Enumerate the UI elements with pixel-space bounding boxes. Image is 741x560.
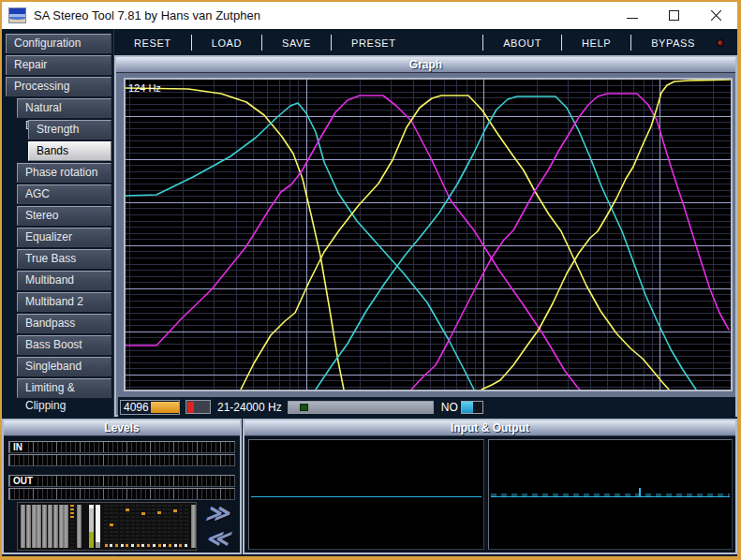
meter-bar [168, 505, 171, 548]
sidebar-item-bass-boost[interactable]: Bass Boost [17, 335, 111, 355]
output-meter-right [8, 488, 235, 500]
sidebar-item-multiband[interactable]: Multiband [17, 271, 111, 290]
meter-marker [121, 544, 124, 547]
meter-bar [131, 505, 135, 548]
meter-bar [96, 505, 100, 548]
meter-marker [147, 544, 150, 547]
sidebar-item-processing[interactable]: Processing [6, 77, 111, 96]
toolbar-save-button[interactable]: SAVE [262, 32, 331, 54]
sidebar-item-stereo[interactable]: Stereo [17, 206, 111, 226]
sidebar-item-phase-rotation[interactable]: Phase rotation [17, 163, 111, 183]
meter-marker [153, 544, 156, 547]
meters-forward-button[interactable]: ≫ [198, 502, 238, 526]
meter-marker [137, 544, 140, 547]
toolbar-preset-button[interactable]: PRESET [332, 32, 416, 54]
meter-bar [70, 518, 74, 548]
fft-progress-bar [151, 402, 179, 413]
meter-marker [141, 544, 144, 547]
toolbar-help-button[interactable]: HELP [562, 32, 630, 54]
meter-bar [136, 505, 140, 548]
frequency-range-label: 21-24000 Hz [217, 401, 282, 414]
sidebar-item-true-bass[interactable]: True Bass [17, 249, 111, 269]
window-title: SA Stereo Tool 7.81 by Hans van Zutphen [34, 8, 260, 22]
sidebar-item-strength[interactable]: Strength [28, 120, 111, 140]
input-spectrum-display[interactable] [248, 439, 484, 550]
meter-bar [120, 505, 124, 548]
toolbar-bypass-button[interactable]: BYPASS [631, 32, 715, 54]
sidebar-item-limiting-and-clipping[interactable]: Limiting & Clipping [17, 378, 111, 398]
meter-marker [158, 544, 161, 547]
input-spectrum-line [251, 496, 482, 497]
meter-bar [179, 505, 183, 548]
meter-bar [89, 505, 94, 548]
meter-marker [126, 544, 128, 547]
minimize-button[interactable] [611, 2, 653, 29]
level-indicator[interactable] [185, 400, 211, 414]
graph-status-bar: 4096 21-24000 Hz NO [118, 397, 735, 417]
graph-plot [126, 80, 731, 390]
minimize-icon [627, 18, 638, 19]
output-meter-left: OUT [8, 475, 235, 487]
graph-frequency-label: 124 Hz [128, 82, 161, 94]
toolbar-load-button[interactable]: LOAD [192, 32, 261, 54]
meter-tick [141, 512, 145, 515]
meter-bar [26, 505, 31, 548]
sidebar-item-singleband[interactable]: Singleband [17, 357, 111, 376]
fader-bank[interactable] [17, 502, 197, 551]
toggle-switch[interactable] [461, 401, 483, 414]
range-slider-thumb[interactable] [300, 404, 308, 411]
meter-tick [110, 523, 113, 526]
meter-bar [59, 505, 64, 548]
toolbar-about-button[interactable]: ABOUT [483, 32, 561, 54]
meter-bar [104, 505, 108, 548]
sidebar-item-equalizer[interactable]: Equalizer [17, 228, 111, 247]
levels-panel: Levels IN OUT ≫ ≪ [2, 419, 242, 554]
level-indicator-bar [187, 402, 194, 413]
meter-bar [163, 505, 167, 548]
graph-display[interactable]: 124 Hz [124, 78, 733, 391]
graph-panel: Graph 124 Hz 4096 21-24000 Hz NO [114, 55, 737, 417]
titlebar: SA Stereo Tool 7.81 by Hans van Zutphen [2, 2, 737, 29]
meter-marker [179, 544, 182, 547]
meter-bar [191, 505, 196, 548]
output-spectrum-display[interactable] [488, 439, 733, 550]
bypass-led [717, 39, 724, 47]
in-label: IN [11, 442, 24, 452]
sidebar-item-bandpass[interactable]: Bandpass [17, 314, 111, 333]
graph-panel-header: Graph [116, 57, 735, 73]
main-area: ConfigurationRepairProcessingNatural Dyn… [2, 29, 737, 556]
meter-bar [21, 505, 25, 548]
window-controls [611, 2, 737, 29]
close-button[interactable] [695, 2, 737, 29]
sidebar-item-repair[interactable]: Repair [6, 55, 111, 75]
sidebar-item-natural-dynamics[interactable]: Natural Dynamics [17, 98, 111, 118]
meter-tick [173, 509, 177, 512]
input-meter-left: IN [8, 441, 235, 453]
range-slider[interactable] [288, 401, 434, 414]
meter-bar [114, 505, 118, 548]
toolbar-reset-button[interactable]: RESET [114, 32, 191, 54]
meter-marker [163, 544, 166, 547]
meter-bar [141, 505, 145, 548]
meter-marker [169, 544, 171, 547]
fft-size-value: 4096 [124, 401, 149, 414]
fft-size-control[interactable]: 4096 [120, 400, 180, 415]
toggle-on-half [462, 402, 473, 413]
meter-bar [37, 505, 41, 548]
meters-back-button[interactable]: ≪ [198, 527, 238, 552]
toolbar: RESETLOADSAVEPRESETABOUTHELPBYPASS [114, 31, 737, 54]
sidebar-item-agc[interactable]: AGC [17, 184, 111, 204]
meter-marker [131, 544, 134, 547]
maximize-button[interactable] [653, 2, 695, 29]
sidebar-item-configuration[interactable]: Configuration [6, 34, 111, 53]
meter-marker [110, 544, 112, 547]
out-label: OUT [11, 476, 35, 486]
meter-bar [70, 505, 74, 518]
levels-panel-header: Levels [4, 420, 240, 436]
meter-bar [42, 505, 47, 548]
meter-bar [185, 505, 188, 548]
output-spectrum-spike [639, 488, 641, 497]
meter-bar [152, 505, 156, 548]
sidebar-item-bands[interactable]: Bands [28, 141, 111, 161]
sidebar-item-multiband-2[interactable]: Multiband 2 [17, 292, 111, 312]
